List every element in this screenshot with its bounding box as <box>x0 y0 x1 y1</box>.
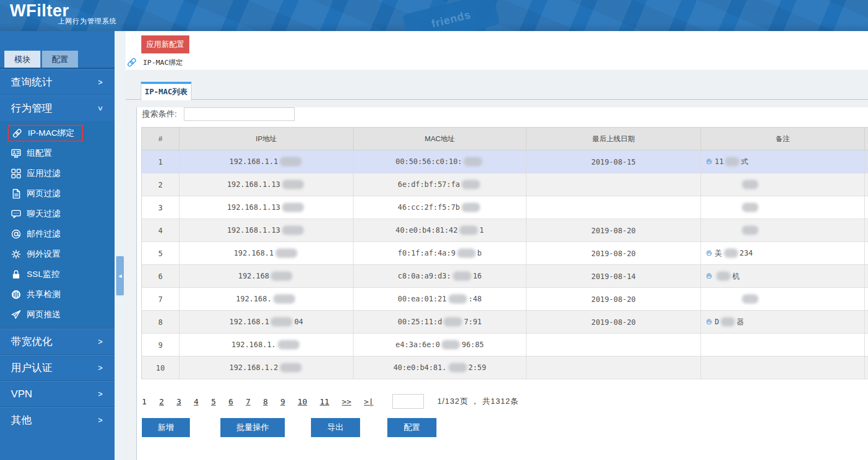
sidebar-section[interactable]: VPN> <box>0 380 115 407</box>
sidebar-item-label: 网页推送 <box>27 309 61 320</box>
page-link[interactable]: 6 <box>229 397 234 406</box>
link-icon <box>12 128 22 138</box>
page-last[interactable]: >| <box>364 397 373 406</box>
sidebar-section[interactable]: 用户认证> <box>0 354 115 380</box>
chevron-right-icon: > <box>98 78 103 87</box>
table-row[interactable]: 7192.168.00:ea:01:21:482019-08-20 <box>142 288 868 311</box>
chevron-left-icon: ◀ <box>118 274 122 279</box>
page-link[interactable]: 10 <box>298 397 307 406</box>
tab-ip-mac-list[interactable]: IP-MAC列表 <box>141 82 191 100</box>
cell-last-online: 2019-08-20 <box>526 242 701 265</box>
sidebar-section[interactable]: 行为管理> <box>0 95 115 121</box>
table-row[interactable]: 1192.168.1.100:50:56:c0:10:2019-08-1511式 <box>142 150 868 173</box>
redaction-smudge <box>448 294 467 304</box>
redaction-smudge <box>724 249 738 258</box>
sidebar-item[interactable]: 例外设置 <box>0 244 115 264</box>
page-link[interactable]: 8 <box>263 397 268 406</box>
cell-last-online <box>526 196 701 219</box>
sidebar-tab-modules[interactable]: 模块 <box>4 51 40 68</box>
config-button[interactable]: 配置 <box>387 418 436 437</box>
page-link[interactable]: 9 <box>280 397 285 406</box>
sidebar-item[interactable]: 共享检测 <box>0 285 115 305</box>
page-next-set[interactable]: >> <box>342 397 351 406</box>
cell-num: 7 <box>142 288 179 311</box>
table-row[interactable]: 2192.168.1.136e:df:bf:57:fa <box>142 173 868 196</box>
cell-mac: e4:3a:6e:096:85 <box>354 334 526 356</box>
page-link[interactable]: 5 <box>211 397 216 406</box>
redaction-smudge <box>448 363 467 372</box>
page-link[interactable]: 2 <box>159 397 164 406</box>
export-button[interactable]: 导出 <box>311 418 360 437</box>
sidebar-section[interactable]: 其他> <box>0 407 115 433</box>
page-link[interactable]: 11 <box>320 397 329 406</box>
cell-num: 10 <box>142 356 179 379</box>
sidebar-section[interactable]: 带宽优化> <box>0 328 115 354</box>
redaction-smudge <box>742 180 758 189</box>
page-link[interactable]: 4 <box>194 397 199 406</box>
table-row[interactable]: 5192.168.1f0:1f:af:4a:9b2019-08-20美234 <box>142 242 868 265</box>
group-icon <box>11 148 21 159</box>
batch-operation-button[interactable]: 批量操作 <box>220 418 285 437</box>
cell-remark: 11式 <box>701 150 865 173</box>
cell-remark <box>701 334 865 356</box>
sidebar-section[interactable]: 查询统计> <box>0 69 115 95</box>
cell-ip: 192.168.1. <box>179 334 354 356</box>
sidebar-item-label: 应用过滤 <box>27 168 61 179</box>
sidebar-item[interactable]: IP-MAC绑定 <box>0 123 115 143</box>
table-row[interactable]: 3192.168.1.1346:cc:2f:f5:7b <box>142 196 868 219</box>
sidebar-item[interactable]: 网页过滤 <box>0 184 115 204</box>
mail-icon <box>11 229 21 239</box>
apply-new-config-button[interactable]: 应用新配置 <box>141 35 189 53</box>
brand-subtitle: 上网行为管理系统 <box>58 17 117 26</box>
cell-num: 8 <box>142 311 179 334</box>
redaction-smudge <box>282 226 304 235</box>
sidebar-item[interactable]: 组配置 <box>0 143 115 164</box>
sidebar-item-label: 例外设置 <box>27 249 61 260</box>
search-input[interactable] <box>184 107 295 121</box>
sidebar-item-label: IP-MAC绑定 <box>28 128 74 139</box>
page-link[interactable]: 3 <box>176 397 181 406</box>
page-jump-input[interactable] <box>392 394 424 409</box>
cell-mac: 00:ea:01:21:48 <box>354 288 526 311</box>
table-row[interactable]: 6192.168c8:0a:a9:d3:162019-08-14机 <box>142 265 868 288</box>
breadcrumb: IP-MAC绑定 <box>127 57 183 68</box>
cell-ip: 192.168.104 <box>179 311 354 334</box>
sidebar-item[interactable]: 邮件过滤 <box>0 224 115 244</box>
cell-ip: 192.168.1.1 <box>179 150 354 173</box>
cell-last-online <box>526 334 701 356</box>
action-buttons: 新增批量操作导出配置 <box>142 418 868 437</box>
sidebar-item[interactable]: 应用过滤 <box>0 164 115 184</box>
page-current: 1 <box>142 397 147 406</box>
table-row[interactable]: 4192.168.1.1340:e0:b4:81:4212019-08-20 <box>142 219 868 242</box>
table-row[interactable]: 8192.168.10400:25:11:d7:912019-08-20D器 <box>142 311 868 334</box>
table-header-cell: 最后上线日期 <box>526 128 701 150</box>
sidebar-collapse-handle[interactable]: ◀ <box>116 256 124 295</box>
redaction-smudge <box>282 180 304 189</box>
chevron-right-icon: > <box>98 416 103 425</box>
cell-remark <box>701 288 865 311</box>
cell-last-online <box>526 356 701 379</box>
wfilter-app: friends WFilter 上网行为管理系统 模块配置 查询统计>行为管理>… <box>0 0 868 460</box>
selection-annotation-box: IP-MAC绑定 <box>8 125 83 142</box>
sidebar-item[interactable]: 聊天过滤 <box>0 204 115 224</box>
cell-remark <box>701 219 865 242</box>
add-button[interactable]: 新增 <box>142 418 190 437</box>
table-row[interactable]: 9192.168.1.e4:3a:6e:096:85 <box>142 334 868 356</box>
chevron-right-icon: > <box>98 364 103 372</box>
cell-remark: 美234 <box>701 242 865 265</box>
table-header-cell-cut <box>865 128 868 150</box>
cell-mac: 00:25:11:d7:91 <box>354 311 526 334</box>
redaction-smudge <box>278 340 300 349</box>
page-summary: 1/132页 ， 共1312条 <box>437 396 519 407</box>
cell-remark <box>701 173 865 196</box>
sidebar-item-label: 聊天过滤 <box>27 208 61 220</box>
page-link[interactable]: 7 <box>246 397 250 406</box>
sidebar-item[interactable]: 网页推送 <box>0 305 115 325</box>
cell-last-online: 2019-08-20 <box>526 311 701 334</box>
cell-remark: 机 <box>701 265 865 288</box>
table-row[interactable]: 10192.168.1.240:e0:b4:81.2:59 <box>142 356 868 379</box>
cell-ip: 192.168.1 <box>179 242 354 265</box>
sidebar-tab-config[interactable]: 配置 <box>42 51 78 68</box>
cell-remark: D器 <box>701 311 865 334</box>
sidebar-item[interactable]: SSL监控 <box>0 264 115 285</box>
